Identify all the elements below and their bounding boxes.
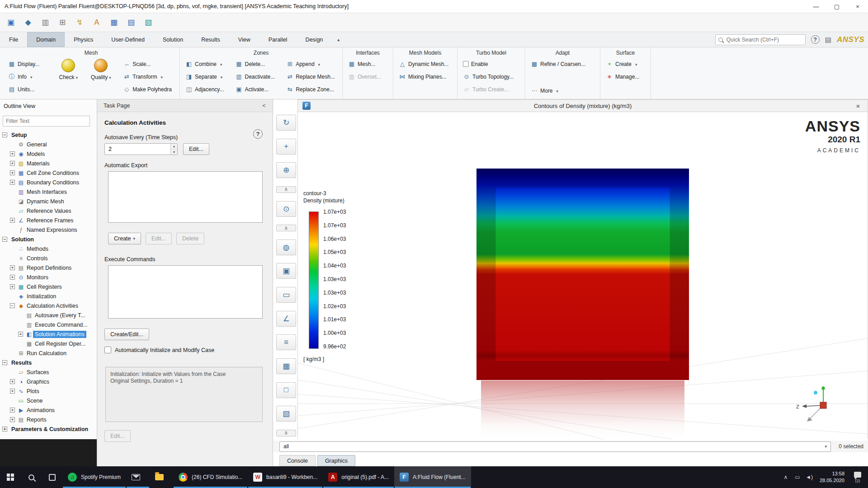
display-tray-icon[interactable]: ▭ xyxy=(792,474,803,480)
graphics-viewport[interactable]: ANSYS 2020 R1 ACADEMIC contour-3 Density… xyxy=(298,112,868,439)
surface-filter-dropdown[interactable]: all ▾ xyxy=(279,441,831,452)
tree-item[interactable]: ◑ Graphics xyxy=(0,377,97,386)
tree-item[interactable]: Solution xyxy=(0,235,97,244)
deactivate-zones-button[interactable]: ▥ Deactivate... xyxy=(234,71,278,82)
replace-mesh-button[interactable]: ⇄ Replace Mesh... xyxy=(285,71,338,82)
create-edit-command-button[interactable]: Create/Edit... xyxy=(104,328,149,340)
probe-icon[interactable]: ⊙ xyxy=(276,201,296,217)
splitter-chevron-icon[interactable]: ≪ xyxy=(276,186,296,193)
automatic-export-list[interactable] xyxy=(108,171,263,223)
replace-zone-button[interactable]: ⇆ Replace Zone... xyxy=(285,84,338,95)
tree-expander-icon[interactable] xyxy=(10,218,15,223)
tree-item[interactable]: ∴ Methods xyxy=(0,244,97,253)
tree-expander-icon[interactable] xyxy=(10,161,15,166)
xy-plot-icon[interactable]: ∠ xyxy=(276,311,296,327)
help-icon[interactable]: ? xyxy=(253,129,263,139)
mixing-planes-button[interactable]: ⋈ Mixing Planes... xyxy=(397,71,452,82)
splitter-chevron-icon[interactable]: ≪ xyxy=(276,430,296,436)
isometric-view-icon[interactable]: ▣ xyxy=(276,263,296,279)
edit-export-button[interactable]: Edit... xyxy=(146,233,172,244)
tree-item[interactable]: ▱ Reference Values xyxy=(0,206,97,216)
tree-item[interactable]: ▦ Cell Registers xyxy=(0,282,97,291)
grid-export-icon[interactable]: ▧ xyxy=(141,15,156,30)
tree-expander-icon[interactable] xyxy=(10,151,15,156)
transform-button[interactable]: ⇄ Transform xyxy=(122,71,175,82)
tree-expander-icon[interactable] xyxy=(10,417,15,422)
tree-item[interactable]: ▭ Scene xyxy=(0,396,97,405)
calculator-icon[interactable]: ⊞ xyxy=(55,15,70,30)
open-folder-icon[interactable]: ▣ xyxy=(4,15,18,30)
splitter-chevron-icon[interactable]: ≪ xyxy=(276,225,296,231)
ansys-a-icon[interactable]: A xyxy=(90,15,104,30)
pan-icon[interactable]: + xyxy=(276,139,296,155)
display-button[interactable]: ▦ Display... xyxy=(7,58,47,70)
spinner-down-icon[interactable]: ▼ xyxy=(171,150,177,155)
notification-center-button[interactable]: (2) xyxy=(849,472,866,483)
create-surface-button[interactable]: + Create xyxy=(604,58,643,70)
tree-item[interactable]: Parameters & Customization xyxy=(0,424,97,434)
tree-item[interactable]: ▤ Autosave (Every T... xyxy=(0,310,97,320)
taskbar-clock[interactable]: 13:58 28.05.2020 xyxy=(816,470,848,484)
collapse-panel-icon[interactable]: < xyxy=(260,103,268,109)
tree-item[interactable]: Setup xyxy=(0,130,97,140)
bolt-icon[interactable]: ↯ xyxy=(72,15,87,30)
tree-item[interactable]: ƒ Named Expressions xyxy=(0,225,97,235)
quality-button[interactable]: Quality xyxy=(86,58,115,98)
tree-expander-icon[interactable] xyxy=(2,427,7,432)
execute-commands-list[interactable] xyxy=(108,265,263,319)
autosave-frequency-input[interactable] xyxy=(104,143,178,155)
task-view-button[interactable] xyxy=(42,466,62,488)
quick-search-box[interactable] xyxy=(715,34,806,45)
archive-icon[interactable]: ▥ xyxy=(38,15,52,30)
make-polyhedra-button[interactable]: ◇ Make Polyhedra xyxy=(122,84,175,95)
more-adapt-button[interactable]: ⋯ More xyxy=(529,85,589,96)
dynamic-mesh-button[interactable]: △ Dynamic Mesh... xyxy=(397,58,452,70)
tree-item[interactable]: ◆ Calculation Activities xyxy=(0,301,97,310)
measure-icon[interactable]: ▭ xyxy=(276,287,296,303)
graphics-close-button[interactable]: × xyxy=(853,102,863,110)
tree-item[interactable]: ▤ Boundary Conditions xyxy=(0,178,97,187)
units-button[interactable]: ▤ Units... xyxy=(7,84,47,95)
tree-item[interactable]: ⚙ General xyxy=(0,140,97,149)
tree-expander-icon[interactable] xyxy=(10,303,15,308)
separate-zones-button[interactable]: ◨ Separate xyxy=(184,71,227,82)
check-button[interactable]: Check xyxy=(54,58,83,98)
tree-item[interactable]: ◧ Solution Animations xyxy=(0,329,97,339)
tab-file[interactable]: File xyxy=(0,32,27,47)
adjacency-button[interactable]: ◫ Adjacency... xyxy=(184,84,227,95)
tab-solution[interactable]: Solution xyxy=(154,32,192,47)
volume-icon[interactable]: ◄) xyxy=(803,474,815,480)
minimize-button[interactable]: — xyxy=(806,0,826,13)
taskbar-app-spotify[interactable]: Spotify Premium xyxy=(62,466,126,488)
taskbar-app-explorer[interactable] xyxy=(150,466,173,488)
tab-physics[interactable]: Physics xyxy=(65,32,102,47)
filter-text-input[interactable] xyxy=(3,116,90,127)
grid-icon[interactable]: ▤ xyxy=(124,15,138,30)
tab-user-defined[interactable]: User-Defined xyxy=(102,32,154,47)
turbo-topology-button[interactable]: ⊙ Turbo Topology... xyxy=(462,71,517,82)
taskbar-app-mail[interactable] xyxy=(126,466,150,488)
activate-zones-button[interactable]: ▣ Activate... xyxy=(234,84,278,95)
tree-item[interactable]: ◪ Dynamic Mesh xyxy=(0,197,97,206)
info-button[interactable]: ⓘ Info xyxy=(7,71,47,82)
tree-item[interactable]: ▨ Materials xyxy=(0,159,97,168)
tree-item[interactable]: Results xyxy=(0,358,97,367)
tab-parallel[interactable]: Parallel xyxy=(259,32,297,47)
snapshot-icon[interactable]: ▦ xyxy=(276,358,296,374)
tab-console[interactable]: Console xyxy=(279,455,316,466)
taskbar-app-acrobat[interactable]: original (5).pdf - A... xyxy=(323,466,394,488)
tree-expander-icon[interactable] xyxy=(10,379,15,384)
tree-expander-icon[interactable] xyxy=(10,389,15,394)
enable-turbo-checkbox[interactable]: Enable xyxy=(462,58,517,70)
tree-item[interactable]: ▦ Cell Zone Conditions xyxy=(0,168,97,178)
help-icon[interactable]: ? xyxy=(811,35,820,44)
taskbar-app-chrome[interactable]: (26) CFD Simulatio... xyxy=(173,466,248,488)
lights-icon[interactable]: ◍ xyxy=(276,239,296,255)
scale-button[interactable]: ↔ Scale... xyxy=(122,58,175,70)
new-window-icon[interactable]: □ xyxy=(276,382,296,398)
auto-initialize-checkbox[interactable] xyxy=(104,347,111,353)
turbo-create-button[interactable]: ▱ Turbo Create... xyxy=(462,84,517,95)
tree-expander-icon[interactable] xyxy=(2,132,7,137)
autosave-edit-button[interactable]: Edit... xyxy=(183,143,209,155)
create-export-button[interactable]: Create▾ xyxy=(108,233,141,244)
